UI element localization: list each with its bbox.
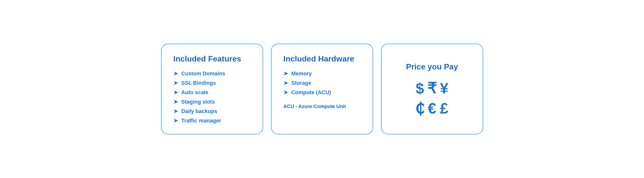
hardware-label: Memory <box>292 70 312 77</box>
features-list: ➤ Custom Domains ➤ SSL Bindings ➤ Auto s… <box>174 70 251 124</box>
currency-rupee: ₹ <box>427 81 437 96</box>
list-item: ➤ Daily backups <box>174 108 251 114</box>
feature-label: Traffic manager <box>182 118 221 124</box>
currency-pound: £ <box>439 101 449 116</box>
price-card: Price you Pay $ ₹ ¥ ₵ € £ <box>381 44 483 134</box>
arrow-icon: ➤ <box>284 89 288 96</box>
list-item: ➤ SSL Bindings <box>174 80 251 86</box>
main-container: Included Features ➤ Custom Domains ➤ SSL… <box>161 44 483 134</box>
feature-label: SSL Bindings <box>182 80 216 86</box>
arrow-icon: ➤ <box>284 80 288 86</box>
currency-euro: € <box>427 101 437 116</box>
arrow-icon: ➤ <box>174 118 178 124</box>
list-item: ➤ Memory <box>284 70 361 77</box>
arrow-icon: ➤ <box>174 108 178 114</box>
hardware-label: Compute (ACU) <box>292 89 331 96</box>
features-title: Included Features <box>174 54 251 64</box>
feature-label: Auto scale <box>182 89 208 96</box>
currency-yen: ¥ <box>439 81 449 96</box>
list-item: ➤ Custom Domains <box>174 70 251 77</box>
arrow-icon: ➤ <box>174 89 178 96</box>
currency-grid: $ ₹ ¥ ₵ € £ <box>415 81 449 116</box>
list-item: ➤ Auto scale <box>174 89 251 96</box>
list-item: ➤ Staging slots <box>174 99 251 105</box>
arrow-icon: ➤ <box>174 99 178 105</box>
currency-cedi: ₵ <box>415 101 425 116</box>
list-item: ➤ Traffic manager <box>174 118 251 124</box>
price-title: Price you Pay <box>406 62 458 72</box>
feature-label: Staging slots <box>182 99 215 105</box>
acu-note: ACU - Azure Compute Unit <box>284 104 361 109</box>
currency-dollar: $ <box>415 81 425 96</box>
hardware-title: Included Hardware <box>284 54 361 64</box>
hardware-card: Included Hardware ➤ Memory ➤ Storage ➤ C… <box>271 44 373 134</box>
arrow-icon: ➤ <box>284 70 288 77</box>
feature-label: Custom Domains <box>182 70 226 77</box>
list-item: ➤ Compute (ACU) <box>284 89 361 96</box>
hardware-list: ➤ Memory ➤ Storage ➤ Compute (ACU) <box>284 70 361 96</box>
hardware-label: Storage <box>292 80 311 86</box>
features-card: Included Features ➤ Custom Domains ➤ SSL… <box>161 44 263 134</box>
feature-label: Daily backups <box>182 108 217 114</box>
list-item: ➤ Storage <box>284 80 361 86</box>
arrow-icon: ➤ <box>174 70 178 77</box>
arrow-icon: ➤ <box>174 80 178 86</box>
